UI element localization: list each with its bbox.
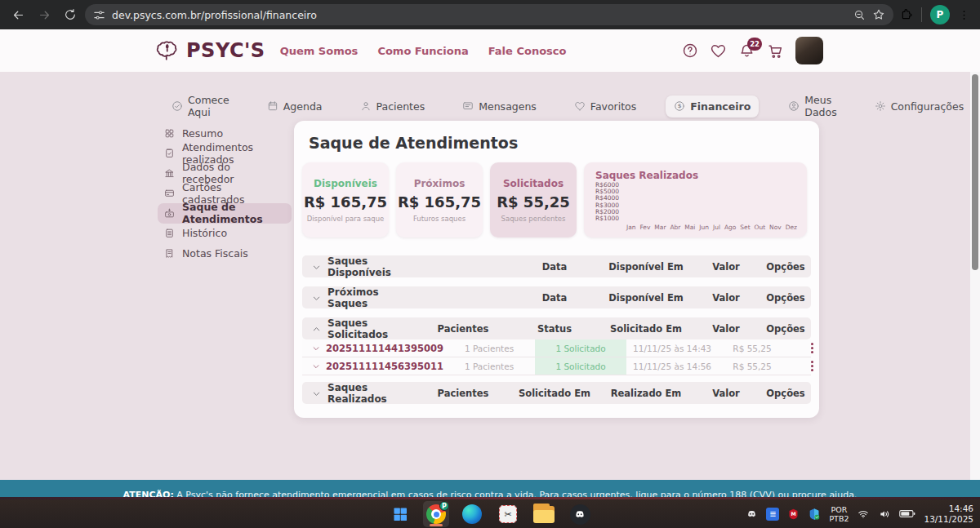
card-icon bbox=[164, 188, 175, 198]
brand-logo[interactable]: PSYC'S bbox=[155, 38, 265, 63]
browser-profile-avatar[interactable]: P bbox=[930, 5, 950, 24]
page-scrollbar[interactable] bbox=[970, 72, 980, 480]
section-title: Saques Realizados bbox=[327, 382, 417, 405]
sidebar-item-saque-de-atendimentos[interactable]: Saque de Atendimentos bbox=[158, 203, 292, 224]
browser-back-button[interactable] bbox=[7, 3, 29, 26]
scrollbar-thumb[interactable] bbox=[972, 74, 978, 270]
sidebar-item-label: Resumo bbox=[182, 127, 223, 140]
card-solicitados[interactable]: Solicitados R$ 55,25 Saques pendentes bbox=[490, 162, 577, 237]
table-row[interactable]: 202511111441395009 1 Pacientes 1 Solicit… bbox=[302, 339, 811, 357]
card-value: R$ 165,75 bbox=[398, 193, 481, 211]
screen: dev.psycs.com.br/profissional/financeiro… bbox=[0, 0, 980, 528]
xtick: Nov bbox=[769, 224, 782, 231]
zoom-out-icon[interactable] bbox=[853, 9, 866, 21]
chevron-down-icon[interactable] bbox=[312, 362, 320, 370]
tab-mensagens[interactable]: Mensagens bbox=[454, 95, 545, 118]
snipping-tool-button[interactable]: ✂ bbox=[495, 501, 521, 527]
section-proximos-saques[interactable]: Próximos Saques Data Disponível Em Valor… bbox=[302, 286, 811, 308]
column-header: Valor bbox=[692, 261, 760, 273]
card-proximos[interactable]: Próximos R$ 165,75 Futuros saques bbox=[396, 162, 483, 237]
sidebar-item-notas-fiscais[interactable]: Notas Fiscais bbox=[158, 243, 292, 264]
row-options-button[interactable] bbox=[786, 339, 837, 357]
sidebar-item-historico[interactable]: Histórico bbox=[158, 224, 292, 244]
column-header: Data bbox=[509, 292, 600, 304]
withdraw-icon bbox=[164, 208, 175, 219]
table-row[interactable]: 202511111456395011 1 Pacientes 1 Solicit… bbox=[302, 357, 811, 375]
battery-icon[interactable] bbox=[899, 508, 915, 519]
volume-icon[interactable] bbox=[878, 508, 891, 520]
card-title: Próximos bbox=[414, 178, 466, 189]
cart-button[interactable] bbox=[767, 42, 784, 60]
remote-app-tray-icon[interactable]: ≡ bbox=[766, 508, 779, 521]
chart-title: Saques Realizados bbox=[595, 170, 698, 181]
summary-cards: Disponíveis R$ 165,75 Disponível para sa… bbox=[302, 162, 811, 237]
chevron-down-icon[interactable] bbox=[312, 263, 321, 272]
mcafee-tray-icon[interactable]: M bbox=[787, 508, 800, 521]
address-bar[interactable]: dev.psycs.com.br/profissional/financeiro bbox=[85, 4, 893, 25]
xtick: Fev bbox=[639, 224, 650, 231]
section-saques-realizados[interactable]: Saques Realizados Pacientes Solicitado E… bbox=[302, 382, 811, 404]
section-saques-solicitados[interactable]: Saques Solicitados Pacientes Status Soli… bbox=[302, 317, 811, 339]
cart-icon bbox=[767, 42, 784, 60]
saque-id-link[interactable]: 202511111456395011 bbox=[326, 361, 443, 372]
discord-taskbar-button[interactable] bbox=[567, 501, 593, 527]
card-value: R$ 55,25 bbox=[497, 193, 570, 211]
tab-financeiro[interactable]: $ Financeiro bbox=[666, 95, 759, 118]
person-icon bbox=[360, 100, 372, 112]
user-avatar[interactable] bbox=[795, 37, 823, 64]
saque-id-link[interactable]: 202511111441395009 bbox=[326, 343, 443, 354]
taskbar-clock[interactable]: 14:46 13/11/2025 bbox=[924, 504, 973, 525]
browser-menu-icon[interactable] bbox=[958, 9, 970, 21]
file-explorer-button[interactable] bbox=[531, 501, 557, 527]
chevron-down-icon[interactable] bbox=[312, 294, 321, 303]
tab-meus-dados[interactable]: Meus Dados bbox=[780, 89, 844, 123]
chrome-taskbar-button[interactable]: P bbox=[423, 501, 449, 527]
nav-quem-somos[interactable]: Quem Somos bbox=[280, 45, 359, 57]
xtick: Set bbox=[740, 224, 750, 231]
tab-label: Agenda bbox=[283, 100, 323, 113]
solicitado-em-cell: 11/11/25 às 14:43 bbox=[626, 344, 718, 353]
card-disponiveis[interactable]: Disponíveis R$ 165,75 Disponível para sa… bbox=[302, 162, 389, 237]
system-tray: ≡ M POR PTB2 14:46 13/11/2025 bbox=[746, 499, 973, 528]
tab-comece-aqui[interactable]: Comece Aqui bbox=[163, 89, 238, 123]
tab-configuracoes[interactable]: Configurações bbox=[866, 95, 973, 118]
check-circle-icon bbox=[172, 100, 183, 112]
language-line2: PTB2 bbox=[829, 514, 849, 523]
tab-agenda[interactable]: Agenda bbox=[259, 95, 331, 118]
section-title: Próximos Saques bbox=[327, 286, 417, 309]
heart-icon bbox=[574, 100, 586, 112]
tab-label: Pacientes bbox=[376, 100, 425, 113]
nav-fale-conosco[interactable]: Fale Conosco bbox=[488, 45, 567, 57]
gear-icon bbox=[875, 100, 886, 112]
column-header: Opções bbox=[760, 323, 811, 335]
wifi-icon[interactable] bbox=[857, 508, 870, 520]
tab-favoritos[interactable]: Favoritos bbox=[566, 95, 644, 118]
start-button[interactable] bbox=[387, 501, 413, 527]
tab-pacientes[interactable]: Pacientes bbox=[352, 95, 434, 118]
edge-taskbar-button[interactable] bbox=[459, 501, 485, 527]
discord-tray-icon[interactable] bbox=[746, 508, 758, 520]
site-settings-icon[interactable] bbox=[93, 9, 105, 21]
card-title: Solicitados bbox=[503, 178, 564, 189]
browser-refresh-button[interactable] bbox=[59, 3, 82, 26]
help-circle-icon bbox=[682, 42, 698, 59]
chevron-down-icon[interactable] bbox=[312, 344, 320, 353]
chevron-down-icon[interactable] bbox=[312, 389, 321, 398]
extensions-icon[interactable] bbox=[900, 8, 913, 21]
help-button[interactable] bbox=[682, 42, 698, 59]
section-saques-disponiveis[interactable]: Saques Disponíveis Data Disponível Em Va… bbox=[302, 255, 811, 277]
row-options-button[interactable] bbox=[786, 357, 837, 375]
column-header: Opções bbox=[760, 388, 811, 399]
section-title: Saques Disponíveis bbox=[327, 255, 417, 278]
notifications-button[interactable]: 22 bbox=[738, 42, 755, 60]
language-indicator[interactable]: POR PTB2 bbox=[829, 505, 849, 523]
card-caption: Saques pendentes bbox=[501, 215, 566, 223]
favorites-button[interactable] bbox=[710, 42, 727, 60]
browser-forward-button[interactable] bbox=[33, 3, 56, 26]
windows-security-tray-icon[interactable] bbox=[808, 508, 821, 521]
arrow-left-icon bbox=[11, 8, 25, 22]
nav-como-funciona[interactable]: Como Funciona bbox=[377, 45, 468, 57]
bookmark-star-icon[interactable] bbox=[872, 8, 885, 21]
chevron-up-icon[interactable] bbox=[312, 325, 321, 334]
heart-icon bbox=[710, 42, 727, 60]
